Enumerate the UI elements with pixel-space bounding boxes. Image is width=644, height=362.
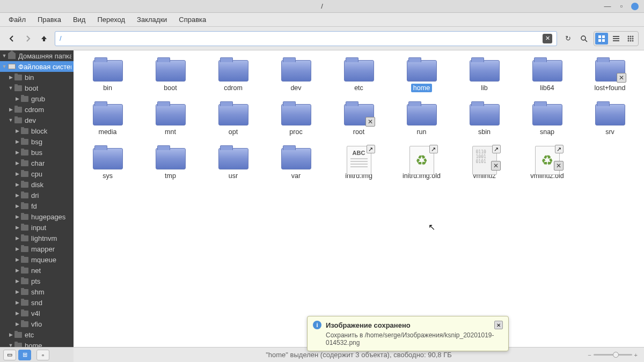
item-snap[interactable]: snap — [518, 102, 576, 136]
tree-item-char[interactable]: ▶char — [0, 158, 74, 168]
item-cdrom[interactable]: cdrom — [204, 58, 262, 92]
item-opt[interactable]: opt — [204, 102, 262, 136]
tree-item-mqueue[interactable]: ▶mqueue — [0, 254, 74, 265]
close-button[interactable] — [631, 3, 639, 10]
tree-label: shm — [31, 288, 45, 296]
menu-переход[interactable]: Переход — [92, 14, 130, 25]
tree-item-cdrom[interactable]: ▶cdrom — [0, 104, 74, 115]
tree-item-dri[interactable]: ▶dri — [0, 190, 74, 201]
list-view-button[interactable] — [610, 33, 623, 45]
reload-button[interactable]: ↻ — [561, 32, 574, 45]
maximize-button[interactable]: ▫ — [617, 2, 626, 11]
folder-icon — [407, 60, 437, 82]
item-lost+found[interactable]: ✕lost+found — [581, 58, 639, 92]
places-toggle[interactable]: ▭ — [3, 350, 16, 360]
tree-item-pts[interactable]: ▶pts — [0, 276, 74, 286]
clear-path-icon[interactable]: ✕ — [543, 34, 552, 43]
notification-toast: i Изображение сохранено ✕ Сохранить в /h… — [307, 316, 509, 351]
up-button[interactable] — [38, 32, 50, 45]
tree-item-домашняя-папка[interactable]: ▼Домашняя папка — [0, 50, 74, 61]
back-button[interactable] — [5, 32, 18, 45]
menu-справка[interactable]: Справка — [173, 14, 211, 25]
tree-item-etc[interactable]: ▶etc — [0, 329, 74, 340]
tree-label: etc — [25, 331, 34, 339]
item-label: lib — [479, 84, 490, 92]
tree-item-grub[interactable]: ▶grub — [0, 93, 74, 104]
tree-item-vfio[interactable]: ▶vfio — [0, 319, 74, 329]
item-etc[interactable]: etc — [330, 58, 387, 92]
tree-item-cpu[interactable]: ▶cpu — [0, 168, 74, 179]
forward-button[interactable] — [21, 32, 34, 45]
item-lib64[interactable]: lib64 — [518, 58, 576, 92]
minimize-button[interactable]: — — [603, 2, 612, 11]
menu-закладки[interactable]: Закладки — [131, 14, 172, 25]
item-label: lib64 — [538, 84, 556, 92]
tree-item-bus[interactable]: ▶bus — [0, 147, 74, 158]
tree-item-hugepages[interactable]: ▶hugepages — [0, 211, 74, 222]
tree-item-dev[interactable]: ▼dev — [0, 115, 74, 125]
tree-item-net[interactable]: ▶net — [0, 265, 74, 276]
menu-правка[interactable]: Правка — [32, 14, 67, 25]
item-var[interactable]: var — [267, 146, 325, 180]
icon-view-button[interactable] — [595, 33, 608, 45]
item-home[interactable]: home — [393, 58, 450, 92]
folder-icon — [20, 138, 29, 145]
tree-item-mapper[interactable]: ▶mapper — [0, 243, 74, 254]
file-content-area[interactable]: binbootcdromdevetchomeliblib64✕lost+foun… — [74, 50, 644, 362]
tree-item-block[interactable]: ▶block — [0, 125, 74, 136]
item-media[interactable]: media — [79, 102, 136, 136]
item-root[interactable]: ✕root — [330, 102, 387, 136]
item-label: snap — [538, 128, 557, 136]
tree-item-bin[interactable]: ▶bin — [0, 72, 74, 83]
item-bin[interactable]: bin — [79, 58, 136, 92]
item-sbin[interactable]: sbin — [456, 102, 513, 136]
tree-item-файловая-система[interactable]: ▼Файловая система — [0, 61, 74, 72]
svg-rect-4 — [598, 39, 601, 42]
close-sidebar-button[interactable]: ▫ — [36, 350, 49, 360]
compact-view-button[interactable] — [624, 33, 637, 45]
tree-item-v4l[interactable]: ▶v4l — [0, 308, 74, 319]
item-tmp[interactable]: tmp — [142, 146, 199, 180]
item-boot[interactable]: boot — [142, 58, 199, 92]
tree-item-input[interactable]: ▶input — [0, 222, 74, 233]
item-run[interactable]: run — [393, 102, 450, 136]
tree-item-lightnvm[interactable]: ▶lightnvm — [0, 233, 74, 243]
svg-rect-3 — [602, 35, 605, 38]
tree-item-shm[interactable]: ▶shm — [0, 286, 74, 297]
search-button[interactable] — [577, 32, 590, 45]
tree-item-bsg[interactable]: ▶bsg — [0, 136, 74, 147]
folder-icon — [20, 245, 29, 253]
folder-icon — [344, 60, 374, 82]
item-usr[interactable]: usr — [204, 146, 262, 180]
folder-icon — [407, 104, 437, 125]
tree-item-disk[interactable]: ▶disk — [0, 179, 74, 190]
path-input[interactable] — [60, 34, 543, 42]
tree-label: v4l — [31, 309, 40, 317]
notification-close-button[interactable]: ✕ — [494, 321, 503, 329]
item-lib[interactable]: lib — [456, 58, 513, 92]
item-initrd.img[interactable]: ↗initrd.img — [330, 146, 387, 180]
item-dev[interactable]: dev — [267, 58, 325, 92]
path-bar[interactable]: ✕ — [55, 31, 557, 46]
item-vmlinuz[interactable]: 0110 1001 0101↗✕vmlinuz — [456, 146, 513, 180]
notification-body: Сохранить в /home/serge/Изображения/ksni… — [326, 331, 503, 346]
item-initrd.img.old[interactable]: ♻↗initrd.img.old — [393, 146, 450, 180]
tree-item-snd[interactable]: ▶snd — [0, 297, 74, 308]
item-srv[interactable]: srv — [581, 102, 639, 136]
folder-icon — [218, 60, 248, 82]
sidebar[interactable]: ▼Домашняя папка▼Файловая система▶bin▼boo… — [0, 50, 74, 362]
menu-вид[interactable]: Вид — [68, 14, 91, 25]
item-sys[interactable]: sys — [79, 146, 136, 180]
item-label: sbin — [476, 128, 493, 136]
zoom-slider[interactable]: − + — [588, 352, 638, 358]
tree-toggle[interactable]: ⊞ — [18, 350, 31, 360]
svg-point-12 — [628, 38, 630, 39]
tree-label: snd — [31, 299, 42, 307]
menu-файл[interactable]: Файл — [3, 14, 31, 25]
item-proc[interactable]: proc — [267, 102, 325, 136]
item-mnt[interactable]: mnt — [142, 102, 199, 136]
item-vmlinuz.old[interactable]: ♻↗✕vmlinuz.old — [518, 146, 576, 180]
tree-item-boot[interactable]: ▼boot — [0, 83, 74, 93]
tree-item-fd[interactable]: ▶fd — [0, 201, 74, 211]
item-label: root — [351, 128, 367, 136]
